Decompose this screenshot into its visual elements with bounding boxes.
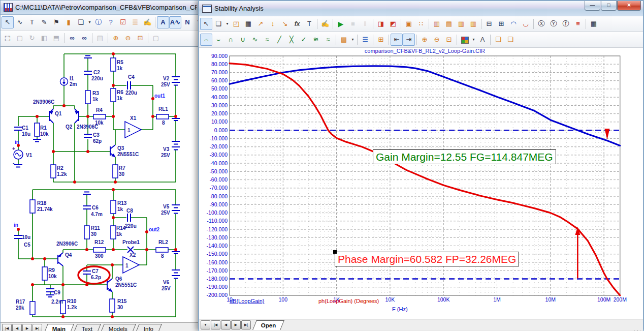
tab-list-dropdown-button[interactable]: ▾ [201,320,210,329]
zoom-100-icon[interactable]: ⊡ [443,34,455,46]
flip-x-icon[interactable]: ◧ [38,32,50,44]
zoom-out-icon[interactable]: ⊖ [431,34,443,46]
bar-lines-icon[interactable]: ▤ [443,18,455,30]
cursor-right-icon[interactable]: ⇥ [403,34,415,46]
peak-icon[interactable]: ⌢ [200,34,212,46]
bar-thick-icon[interactable]: ▥ [431,18,443,30]
cursor-left-icon[interactable]: ⇤ [391,34,403,46]
tab-main[interactable]: Main [44,324,74,331]
animate-points-icon[interactable]: ◩ [387,18,399,30]
valley-icon[interactable]: ⌣ [212,34,224,46]
text-mode-icon[interactable]: T [303,18,315,30]
wire-mode-icon[interactable]: ∿ [14,16,26,28]
fall-icon[interactable]: ≈ [261,34,273,46]
info-page-icon[interactable]: ▤ [94,32,106,44]
cursor-cube-icon[interactable]: ❏ [212,18,224,30]
prev-page-button[interactable]: ◀ [12,324,22,331]
dropdown-icon[interactable]: ▾ [224,18,230,30]
curve-list-icon[interactable]: ≡ [572,18,584,30]
plot-area[interactable]: 90.00080.00070.00060.00050.00040.00030.0… [199,48,643,319]
design-checker-icon[interactable]: ☑ [117,16,129,28]
data-points-123-icon[interactable]: ⊞ [375,34,387,46]
rise-icon[interactable]: ∿ [249,34,261,46]
zoom-window-icon[interactable]: ◰ [230,18,242,30]
copy-graph-icon[interactable]: ▤ [338,34,350,46]
next-page-button[interactable]: ▶ [231,320,241,329]
pan-up-right-icon[interactable]: ↗ [254,18,267,30]
minimize-button[interactable]: — [585,1,600,11]
flag-tool-icon[interactable]: ⚑ [50,16,62,28]
phase-margin-annotation[interactable]: Phase Margin=60.582 FP=32.26MEG [335,252,519,266]
schematic-canvas[interactable]: I12mC2220uR31kR51kC4220uR61kV225V2N3906C… [1,46,199,322]
edit-notes-icon[interactable]: ✍ [141,16,153,28]
zoom-in-icon[interactable]: ⊕ [110,32,122,44]
pan-vertical-icon[interactable]: ↕ [267,18,279,30]
tracker-cross-icon[interactable]: ⊞ [495,18,507,30]
maximize-button[interactable]: □ [601,1,617,11]
graphics-tool-icon[interactable]: ✎ [38,16,50,28]
zoom-out-icon[interactable]: ⊖ [122,32,134,44]
select-region-icon[interactable]: ⬚ [2,32,14,44]
rotate-icon[interactable]: ↻ [26,32,38,44]
numeric-output-icon[interactable]: ☰ [359,34,371,46]
select-icon[interactable]: ↖ [2,16,14,28]
y-axis-settings-icon[interactable]: Ⓨ [548,18,560,30]
fx-settings-icon[interactable]: ⓕ [560,18,572,30]
last-page-button[interactable]: ▶| [241,320,251,329]
new-page-icon[interactable]: ▢ [150,32,162,44]
send-back-icon[interactable]: ❏ [504,34,517,46]
x-axis-settings-icon[interactable]: Ⓧ [535,18,548,30]
split-windows-icon[interactable]: ☰ [129,16,141,28]
point-tag-icon[interactable]: ◡ [520,18,532,30]
horizontal-tag-icon[interactable]: ⊟ [483,18,495,30]
graph-settings-icon[interactable]: ▦ [242,18,254,30]
dropdown-icon[interactable]: ▾ [350,34,356,46]
tab-models[interactable]: Models [100,324,136,331]
zoom-scale-icon[interactable]: ⊡ [134,32,146,44]
envelope-top-icon[interactable]: ≋ [310,34,322,46]
prev-page-button[interactable]: ◀ [221,320,231,329]
select-icon[interactable]: ↖ [200,18,212,30]
animate-step-icon[interactable]: ◨ [375,18,387,30]
bar-thin-icon[interactable]: ▥ [467,18,479,30]
shapes-icon[interactable]: ❏ [75,16,87,28]
dropdown-icon[interactable]: ▾ [87,16,92,28]
font-icon[interactable]: A [476,34,489,46]
grid-text-toggle-icon[interactable]: A∿ [169,16,181,28]
schematic-titlebar[interactable]: C:\MC11\DATA\Petrov\comparison_CFB&VFB\c… [1,1,199,15]
tab-info[interactable]: Info [136,324,163,331]
close-button[interactable]: × [617,1,641,11]
color-palette-icon[interactable] [459,34,471,46]
gain-margin-annotation[interactable]: Gain Margin=12.55 FG=114.847MEG [373,149,556,164]
zoom-in-icon[interactable]: ⊕ [418,34,431,46]
low-icon[interactable]: ∪ [237,34,249,46]
formula-icon[interactable]: fx [291,18,303,30]
slope-icon[interactable]: ╱ [273,34,285,46]
pan-corner-icon[interactable]: ↘ [279,18,291,30]
dropdown-icon[interactable]: ▾ [471,34,476,46]
text-tool-icon[interactable]: T [26,16,38,28]
cross-icon[interactable]: ╳ [285,34,298,46]
analysis-titlebar[interactable]: Stability Analysis — □ × [199,1,643,16]
find-icon[interactable]: ∞ [78,32,90,44]
check-points-icon[interactable]: ✓ [298,34,310,46]
tag-curve-icon[interactable]: ◠ [507,18,520,30]
last-page-button[interactable]: ▶| [33,324,42,331]
properties-icon[interactable]: ✍ [319,18,331,30]
selection-handle[interactable] [333,250,337,254]
run-icon[interactable]: ▶ [335,18,347,30]
legend-gain[interactable]: dB(LoopGain) [230,298,265,304]
clipboard-region-icon[interactable]: ▢ [14,32,26,44]
data-points-box-icon[interactable]: ∷ [415,18,427,30]
analysis-table-icon[interactable]: ▦ [588,18,600,30]
flip-y-icon[interactable]: ⬒ [50,32,62,44]
high-icon[interactable]: ∩ [224,34,237,46]
attribute-text-toggle-icon[interactable]: A [157,16,169,28]
envelope-bottom-icon[interactable]: ≈ [322,34,334,46]
help-icon[interactable]: ? [105,16,117,28]
first-page-button[interactable]: |◀ [211,320,220,329]
tab-text[interactable]: Text [73,324,101,331]
pause-icon[interactable]: ‖ [359,18,371,30]
tab-open[interactable]: Open [252,320,284,330]
find-part-icon[interactable]: ∞ [66,32,78,44]
